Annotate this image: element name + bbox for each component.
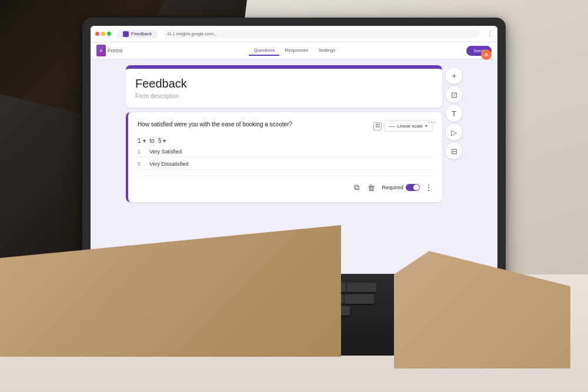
tab-responses[interactable]: Responses [280,46,313,56]
forms-logo-icon: ≡ [96,45,106,56]
browser-action-icon-1[interactable]: ⋮ [486,31,493,38]
tab-title: Feedback [131,31,152,36]
scale-to-label: to [150,138,155,144]
right-sidebar-tools: ＋ ⊡ T ▷ ⊟ [446,65,462,268]
label-text-1[interactable]: Very Satisfied [149,149,182,155]
required-label: Required [382,185,403,190]
scale-label-row-5: 5 Very Dissatisfied [138,161,433,170]
maximize-window-button[interactable] [107,32,111,36]
question-type-selector[interactable]: — Linear scale ▾ [384,120,433,132]
scale-range-row: 1 ▾ to 5 ▾ [138,138,433,144]
address-text: 41.1 insights.google.com/... [167,32,217,36]
add-text-tool[interactable]: T [446,105,462,122]
scale-from-value: 1 ▾ [138,138,146,144]
user-avatar[interactable]: A [481,49,492,60]
question-card: ··· How satisfied were you with the ease… [126,112,442,202]
form-description[interactable]: Form description [135,93,433,99]
add-title-tool[interactable]: ⊡ [446,86,462,103]
add-section-tool[interactable]: ⊟ [446,143,462,159]
scale-from-stepper[interactable]: ▾ [142,138,146,144]
forms-nav-tabs: Questions Responses Settings [249,46,340,56]
minimize-window-button[interactable] [101,32,105,36]
browser-topbar: Feedback 41.1 insights.google.com/... ⋮ [91,26,497,42]
close-window-button[interactable] [95,32,99,36]
label-text-5[interactable]: Very Dissatisfied [149,161,189,167]
forms-logo-text: Forms [108,48,123,53]
scale-to-value: 5 ▾ [158,138,167,144]
delete-question-button[interactable]: 🗑 [366,182,377,194]
drag-handle-icon[interactable]: ··· [427,117,436,126]
more-options-button[interactable]: ⋮ [425,183,433,192]
address-bar[interactable]: 41.1 insights.google.com/... [163,30,480,38]
browser-window-controls [95,32,111,36]
duplicate-question-button[interactable]: ⧉ [352,181,361,194]
key [345,294,374,305]
form-title-card: Feedback Form description [126,65,442,108]
required-toggle: Required [382,184,420,191]
label-number-1: 1 [138,149,145,155]
form-title[interactable]: Feedback [135,77,433,91]
add-video-tool[interactable]: ▷ [446,124,462,140]
scale-labels: 1 Very Satisfied 5 Very Dissatisfied [138,149,433,170]
linear-scale-icon: — [389,123,395,129]
tab-favicon-icon [123,31,129,37]
scale-label-row-1: 1 Very Satisfied [138,149,433,158]
browser-actions: ⋮ [486,31,493,38]
key [347,283,376,293]
scale-to-stepper[interactable]: ▾ [162,138,166,144]
scale-from-number: 1 [138,138,141,144]
forms-logo: ≡ Forms [96,45,123,56]
card-footer: ⧉ 🗑 Required ⋮ [138,176,433,194]
tab-settings[interactable]: Settings [313,46,340,56]
required-toggle-switch[interactable] [406,184,420,191]
tab-questions[interactable]: Questions [249,46,279,56]
add-question-tool[interactable]: ＋ [446,68,462,84]
scale-to-number: 5 [158,138,162,144]
question-text[interactable]: How satisfied were you with the ease of … [138,120,369,129]
forms-app-header: ≡ Forms Questions Responses Settings A S… [91,42,497,59]
toggle-thumb [413,185,419,190]
question-type-label: Linear scale [397,123,423,129]
browser-tab[interactable]: Feedback [117,30,158,38]
add-image-icon[interactable]: 🖼 [373,122,382,130]
label-number-5: 5 [138,161,145,167]
question-row: How satisfied were you with the ease of … [138,120,433,132]
